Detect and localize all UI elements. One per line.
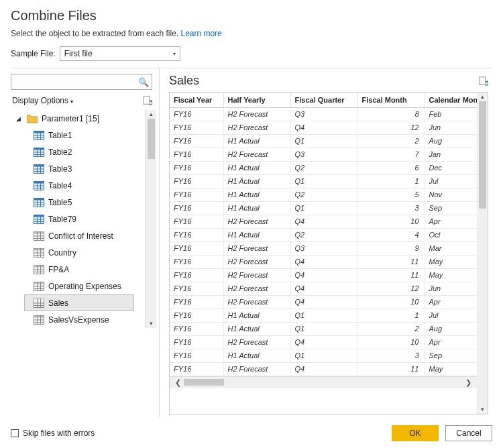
table-row[interactable]: FY16H1 ActualQ13Sep: [170, 201, 477, 215]
table-row[interactable]: FY16H2 ForecastQ411May: [170, 255, 477, 268]
collapse-icon[interactable]: ◢: [16, 115, 23, 122]
table-cell: FY16: [170, 188, 223, 201]
scroll-up-icon[interactable]: ▴: [150, 111, 153, 117]
svg-rect-32: [34, 215, 44, 217]
table-row[interactable]: FY16H2 ForecastQ410Apr: [170, 335, 477, 349]
display-options-row: Display Options ▾: [11, 94, 156, 109]
scroll-down-icon[interactable]: ▾: [481, 406, 484, 412]
tree-root[interactable]: ◢ Parameter1 [15]: [11, 110, 145, 127]
tree-item[interactable]: Table2: [11, 144, 145, 160]
column-header[interactable]: Half Yearly: [223, 93, 290, 107]
hscroll-thumb[interactable]: [184, 379, 224, 386]
column-header[interactable]: Fiscal Month: [357, 93, 425, 107]
grid-vscroll[interactable]: ▴ ▾: [477, 92, 488, 414]
table-row[interactable]: FY16H2 ForecastQ411May: [170, 362, 477, 376]
table-cell: H1 Actual: [223, 322, 290, 335]
tree-item[interactable]: Table1: [11, 127, 145, 144]
table-cell: 10: [357, 335, 425, 349]
cancel-button[interactable]: Cancel: [445, 425, 492, 441]
table-row[interactable]: FY16H1 ActualQ11Jul: [170, 174, 477, 188]
tree-item[interactable]: Country: [11, 244, 145, 261]
table-cell: Feb: [425, 107, 477, 121]
table-cell: 7: [357, 148, 425, 161]
table-cell: Q4: [290, 295, 357, 309]
tree-item[interactable]: SalesVsExpense: [11, 311, 145, 328]
tree-item[interactable]: Conflict of Interest: [11, 227, 145, 244]
table-row[interactable]: FY16H2 ForecastQ410Apr: [170, 295, 477, 309]
column-header[interactable]: Calendar Month S: [425, 93, 477, 107]
table-cell: Q1: [290, 309, 357, 322]
refresh-preview-icon[interactable]: [479, 76, 488, 87]
table-icon: [34, 215, 44, 224]
svg-rect-68: [34, 315, 44, 317]
scroll-down-icon[interactable]: ▾: [150, 321, 153, 327]
tree-item[interactable]: Sales: [24, 294, 134, 311]
table-cell: H2 Forecast: [223, 107, 290, 121]
scroll-right-icon[interactable]: ❯: [463, 378, 474, 387]
scroll-thumb[interactable]: [479, 101, 486, 209]
table-row[interactable]: FY16H2 ForecastQ39Mar: [170, 241, 477, 255]
table-icon: [34, 231, 44, 241]
table-cell: Oct: [425, 228, 477, 241]
table-row[interactable]: FY16H2 ForecastQ412Jun: [170, 121, 477, 134]
display-options-dropdown[interactable]: Display Options ▾: [12, 96, 73, 105]
table-cell: Aug: [425, 322, 477, 335]
table-cell: Q3: [290, 241, 357, 255]
table-row[interactable]: FY16H1 ActualQ25Nov: [170, 188, 477, 201]
table-cell: H1 Actual: [223, 309, 290, 322]
navigator-pane: 🔍 Display Options ▾ ◢: [11, 68, 160, 417]
table-row[interactable]: FY16H2 ForecastQ411May: [170, 268, 477, 282]
table-row[interactable]: FY16H2 ForecastQ412Jun: [170, 282, 477, 295]
table-icon: [34, 282, 44, 291]
dialog-title: Combine Files: [11, 8, 492, 23]
svg-rect-62: [34, 298, 44, 300]
grid-hscroll[interactable]: ❮ ❯: [170, 376, 477, 388]
dialog-subtitle: Select the object to be extracted from e…: [11, 29, 492, 38]
checkbox-icon: [11, 429, 19, 437]
search-input-wrap[interactable]: 🔍: [11, 74, 152, 90]
svg-rect-26: [34, 198, 44, 200]
table-row[interactable]: FY16H1 ActualQ12Aug: [170, 322, 477, 335]
table-row[interactable]: FY16H2 ForecastQ410Apr: [170, 215, 477, 228]
table-row[interactable]: FY16H1 ActualQ24Oct: [170, 228, 477, 241]
table-cell: 6: [357, 161, 425, 174]
refresh-icon[interactable]: [143, 95, 152, 106]
scroll-up-icon[interactable]: ▴: [481, 94, 484, 100]
table-row[interactable]: FY16H1 ActualQ13Sep: [170, 349, 477, 362]
preview-grid[interactable]: Fiscal YearHalf YearlyFiscal QuarterFisc…: [169, 92, 477, 414]
table-cell: FY16: [170, 322, 223, 335]
search-input[interactable]: [14, 76, 138, 87]
column-header[interactable]: Fiscal Year: [170, 93, 223, 107]
tree-item[interactable]: Table79: [11, 211, 145, 227]
scroll-thumb[interactable]: [148, 119, 155, 159]
scroll-left-icon[interactable]: ❮: [172, 378, 184, 387]
table-row[interactable]: FY16H2 ForecastQ38Feb: [170, 107, 477, 121]
column-header[interactable]: Fiscal Quarter: [290, 93, 357, 107]
tree-item[interactable]: Table5: [11, 194, 145, 211]
table-cell: FY16: [170, 201, 223, 215]
table-cell: Apr: [425, 295, 477, 309]
table-row[interactable]: FY16H1 ActualQ12Aug: [170, 134, 477, 148]
ok-button[interactable]: OK: [392, 425, 439, 441]
chevron-down-icon: ▾: [173, 51, 176, 57]
split-pane: 🔍 Display Options ▾ ◢: [11, 68, 492, 417]
tree-item[interactable]: FP&A: [11, 261, 145, 278]
table-cell: H2 Forecast: [223, 121, 290, 134]
table-row[interactable]: FY16H1 ActualQ26Dec: [170, 161, 477, 174]
table-cell: Apr: [425, 335, 477, 349]
table-cell: Q2: [290, 228, 357, 241]
tree-item[interactable]: Table4: [11, 177, 145, 194]
learn-more-link[interactable]: Learn more: [180, 29, 221, 38]
table-cell: Sep: [425, 201, 477, 215]
tree-item[interactable]: Table3: [11, 160, 145, 177]
table-row[interactable]: FY16H2 ForecastQ37Jan: [170, 148, 477, 161]
table-cell: H1 Actual: [223, 228, 290, 241]
table-row[interactable]: FY16H1 ActualQ11Jul: [170, 309, 477, 322]
tree-scrollbar[interactable]: ▴ ▾: [145, 110, 156, 328]
skip-errors-checkbox[interactable]: Skip files with errors: [11, 429, 95, 438]
table-cell: Jan: [425, 148, 477, 161]
table-cell: FY16: [170, 134, 223, 148]
sample-file-dropdown[interactable]: First file ▾: [60, 46, 180, 61]
display-options-label: Display Options: [12, 96, 68, 105]
tree-item[interactable]: Operating Expenses: [11, 278, 145, 294]
